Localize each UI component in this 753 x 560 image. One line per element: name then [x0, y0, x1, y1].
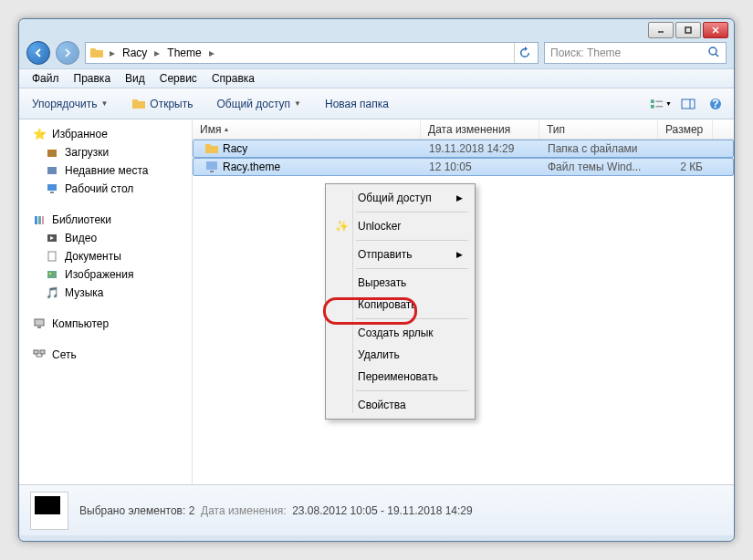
svg-rect-6	[651, 99, 654, 103]
menu-view[interactable]: Вид	[118, 70, 152, 87]
context-menu: Общий доступ▶ ✨Unlocker Отправить▶ Вырез…	[325, 183, 476, 420]
svg-rect-33	[210, 171, 214, 172]
svg-rect-25	[35, 319, 44, 326]
sidebar-pictures[interactable]: Изображения	[19, 265, 192, 284]
refresh-button[interactable]	[514, 43, 534, 63]
sidebar-documents[interactable]: Документы	[19, 247, 192, 265]
new-folder-button[interactable]: Новая папка	[319, 95, 394, 113]
document-icon	[45, 249, 59, 264]
organize-button[interactable]: Упорядочить▼	[26, 95, 113, 113]
folder-icon	[89, 46, 104, 60]
menu-separator	[356, 318, 468, 319]
svg-rect-16	[50, 192, 54, 193]
status-bar: Выбрано элементов: 2 Дата изменения: 23.…	[19, 484, 734, 535]
breadcrumb-racy[interactable]: Racy	[117, 45, 152, 61]
context-share[interactable]: Общий доступ▶	[329, 187, 472, 209]
recent-icon	[45, 163, 59, 178]
share-button[interactable]: Общий доступ▼	[211, 95, 307, 113]
sidebar-music[interactable]: 🎵Музыка	[19, 284, 192, 302]
search-icon	[707, 46, 720, 61]
context-properties[interactable]: Свойства	[329, 394, 472, 416]
context-rename[interactable]: Переименовать	[329, 366, 472, 388]
svg-point-4	[709, 47, 716, 55]
picture-icon	[45, 267, 59, 282]
sidebar-video[interactable]: Видео	[19, 229, 192, 247]
context-cut[interactable]: Вырезать	[329, 272, 472, 294]
chevron-right-icon: ▸	[207, 47, 216, 59]
context-copy[interactable]: Копировать	[329, 294, 472, 316]
folder-icon	[204, 141, 219, 156]
submenu-arrow-icon: ▶	[456, 193, 463, 202]
context-delete[interactable]: Удалить	[329, 344, 472, 366]
context-shortcut[interactable]: Создать ярлык	[329, 322, 472, 344]
menu-separator	[356, 390, 468, 391]
svg-rect-22	[48, 252, 56, 261]
context-unlocker[interactable]: ✨Unlocker	[329, 215, 472, 237]
chevron-right-icon: ▸	[108, 47, 117, 59]
open-button[interactable]: Открыть	[126, 94, 198, 114]
column-size[interactable]: Размер	[658, 119, 713, 139]
preview-pane-button[interactable]	[677, 95, 699, 113]
maximize-button[interactable]	[675, 22, 701, 38]
column-name[interactable]: Имя▴	[193, 119, 421, 139]
sidebar-libraries[interactable]: Библиотеки	[19, 211, 192, 229]
minimize-button[interactable]	[648, 22, 674, 38]
computer-icon	[32, 316, 47, 331]
sidebar-downloads[interactable]: Загрузки	[19, 143, 192, 161]
address-bar[interactable]: ▸ Racy ▸ Theme ▸	[85, 42, 539, 64]
svg-rect-1	[685, 27, 691, 33]
close-button[interactable]	[703, 22, 728, 38]
sidebar-desktop[interactable]: Рабочий стол	[19, 180, 192, 198]
view-options-button[interactable]: ▼	[650, 95, 672, 113]
status-thumbnail	[30, 492, 68, 530]
menu-separator	[356, 212, 468, 213]
column-type[interactable]: Тип	[539, 119, 658, 139]
sort-indicator-icon: ▴	[225, 125, 228, 133]
search-input[interactable]: Поиск: Theme	[544, 42, 727, 64]
menu-service[interactable]: Сервис	[152, 70, 204, 87]
menu-file[interactable]: Файл	[25, 70, 67, 87]
sidebar-computer[interactable]: Компьютер	[19, 315, 192, 333]
column-date[interactable]: Дата изменения	[421, 119, 539, 139]
forward-button[interactable]	[56, 41, 79, 65]
svg-rect-17	[35, 216, 37, 224]
submenu-arrow-icon: ▶	[456, 250, 463, 259]
help-button[interactable]: ?	[705, 95, 727, 113]
music-icon: 🎵	[45, 285, 59, 300]
svg-rect-14	[47, 167, 57, 174]
file-row[interactable]: Racy.theme 12 10:05 Файл темы Wind... 2 …	[193, 158, 734, 176]
desktop-icon	[45, 181, 59, 196]
svg-point-24	[49, 273, 51, 275]
folder-open-icon	[131, 97, 146, 111]
sidebar-favorites[interactable]: ⭐Избранное	[19, 125, 192, 143]
svg-rect-10	[682, 99, 695, 109]
svg-rect-15	[47, 184, 57, 191]
status-text: Выбрано элементов: 2 Дата изменения: 23.…	[79, 504, 473, 517]
menu-bar: Файл Правка Вид Сервис Справка	[19, 68, 734, 88]
explorer-window: ▸ Racy ▸ Theme ▸ Поиск: Theme Файл Правк…	[18, 18, 735, 542]
svg-rect-18	[38, 216, 41, 224]
file-row[interactable]: Racy 19.11.2018 14:29 Папка с файлами	[193, 140, 734, 158]
network-icon	[32, 347, 47, 362]
svg-rect-7	[651, 104, 654, 108]
nav-bar: ▸ Racy ▸ Theme ▸ Поиск: Theme	[19, 37, 734, 68]
menu-separator	[356, 240, 468, 241]
svg-line-5	[716, 54, 718, 57]
sidebar-network[interactable]: Сеть	[19, 346, 192, 364]
svg-rect-32	[206, 161, 217, 170]
menu-help[interactable]: Справка	[204, 70, 262, 87]
context-send[interactable]: Отправить▶	[329, 244, 472, 265]
wand-icon: ✨	[334, 219, 349, 233]
column-headers: Имя▴ Дата изменения Тип Размер	[193, 119, 734, 140]
svg-rect-28	[40, 350, 45, 354]
menu-edit[interactable]: Правка	[67, 70, 119, 87]
back-button[interactable]	[26, 41, 50, 65]
video-icon	[45, 231, 59, 245]
download-icon	[45, 145, 59, 160]
svg-rect-19	[42, 216, 44, 224]
breadcrumb-theme[interactable]: Theme	[162, 45, 206, 61]
search-placeholder: Поиск: Theme	[550, 47, 621, 59]
sidebar-recent[interactable]: Недавние места	[19, 161, 192, 180]
svg-rect-27	[34, 350, 38, 354]
toolbar: Упорядочить▼ Открыть Общий доступ▼ Новая…	[19, 88, 734, 119]
